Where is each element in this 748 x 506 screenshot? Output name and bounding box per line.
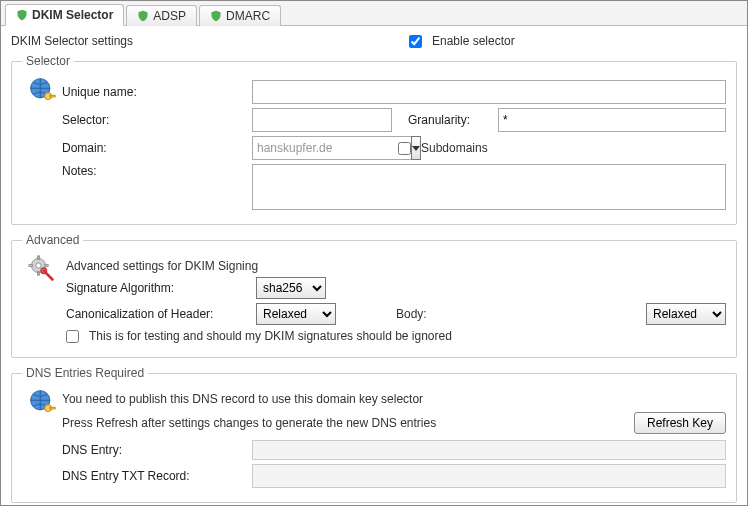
sig-alg-select[interactable]: sha256 (256, 277, 326, 299)
domain-label: Domain: (62, 141, 252, 155)
svg-rect-8 (45, 265, 49, 267)
dns-entry-value (252, 440, 726, 460)
svg-rect-7 (29, 265, 33, 267)
svg-rect-12 (50, 407, 55, 409)
tab-bar: DKIM Selector ADSP DMARC (1, 1, 747, 26)
gear-wrench-icon (28, 255, 56, 283)
canon-header-select[interactable]: Relaxed (256, 303, 336, 325)
svg-rect-6 (38, 272, 40, 276)
selector-legend: Selector (22, 54, 74, 68)
subdomains-field[interactable]: Subdomains (398, 141, 488, 155)
granularity-label: Granularity: (408, 113, 498, 127)
canon-body-select[interactable]: Relaxed (646, 303, 726, 325)
dns-legend: DNS Entries Required (22, 366, 148, 380)
svg-rect-5 (38, 256, 40, 260)
canon-header-label: Canonicalization of Header: (66, 307, 256, 321)
selector-input[interactable] (252, 108, 392, 132)
settings-title: DKIM Selector settings (11, 34, 409, 48)
svg-rect-2 (50, 95, 55, 97)
testing-checkbox[interactable] (66, 330, 79, 343)
advanced-intro: Advanced settings for DKIM Signing (66, 259, 258, 273)
dns-txt-value (252, 464, 726, 488)
testing-field[interactable]: This is for testing and should my DKIM s… (66, 329, 452, 343)
shield-green-icon (137, 10, 149, 22)
tab-dkim-selector[interactable]: DKIM Selector (5, 4, 124, 26)
enable-selector-label: Enable selector (432, 34, 515, 48)
enable-selector-field[interactable]: Enable selector (409, 34, 515, 48)
unique-name-input[interactable] (252, 80, 726, 104)
notes-textarea[interactable] (252, 164, 726, 210)
dns-entry-label: DNS Entry: (62, 443, 252, 457)
selector-label: Selector: (62, 113, 252, 127)
granularity-input[interactable] (498, 108, 726, 132)
refresh-key-button[interactable]: Refresh Key (634, 412, 726, 434)
selector-group: Selector Unique name: Selector: G (11, 54, 737, 225)
svg-point-4 (36, 263, 41, 268)
tab-label: DMARC (226, 9, 270, 23)
testing-label: This is for testing and should my DKIM s… (89, 329, 452, 343)
tab-dmarc[interactable]: DMARC (199, 5, 281, 26)
body-label: Body: (396, 307, 456, 321)
unique-name-label: Unique name: (62, 85, 252, 99)
tab-label: ADSP (153, 9, 186, 23)
advanced-group: Advanced Advanced settings for DKIM Sign… (11, 233, 737, 358)
tab-label: DKIM Selector (32, 8, 113, 22)
dns-group: DNS Entries Required You need to publish… (11, 366, 737, 503)
shield-green-icon (16, 9, 28, 21)
dns-refresh-hint: Press Refresh after settings changes to … (62, 416, 436, 430)
advanced-legend: Advanced (22, 233, 83, 247)
domain-input[interactable] (252, 136, 411, 160)
enable-selector-checkbox[interactable] (409, 35, 422, 48)
dns-intro: You need to publish this DNS record to u… (62, 392, 423, 406)
globe-key-icon (28, 76, 56, 104)
tab-adsp[interactable]: ADSP (126, 5, 197, 26)
subdomains-label: Subdomains (421, 141, 488, 155)
shield-green-icon (210, 10, 222, 22)
dns-txt-label: DNS Entry TXT Record: (62, 469, 252, 483)
globe-key-icon (28, 388, 56, 416)
domain-combo[interactable] (252, 136, 382, 160)
subdomains-checkbox[interactable] (398, 142, 411, 155)
sig-alg-label: Signature Algorithm: (66, 281, 256, 295)
notes-label: Notes: (62, 164, 252, 178)
